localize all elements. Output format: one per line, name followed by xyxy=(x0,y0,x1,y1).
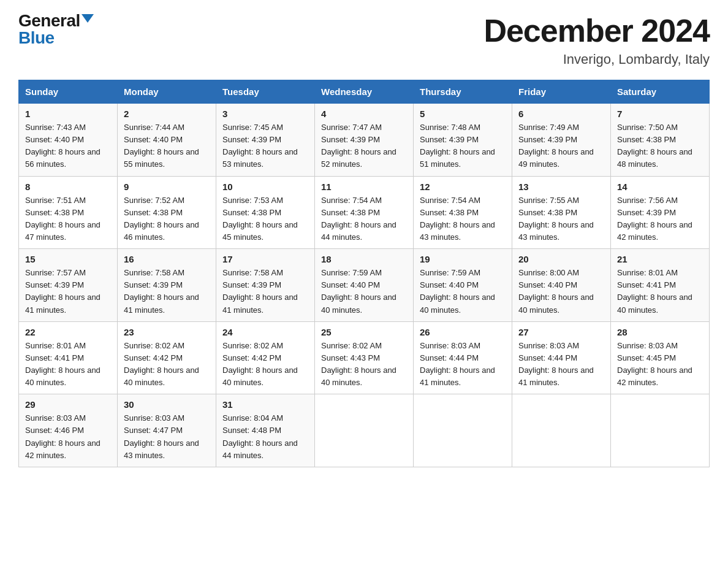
day-number: 14 xyxy=(617,182,703,192)
calendar-cell: 1 Sunrise: 7:43 AMSunset: 4:40 PMDayligh… xyxy=(19,104,118,177)
day-number: 31 xyxy=(222,399,308,410)
day-info: Sunrise: 7:56 AMSunset: 4:39 PMDaylight:… xyxy=(617,196,692,242)
day-number: 3 xyxy=(222,109,308,119)
calendar-cell: 18 Sunrise: 7:59 AMSunset: 4:40 PMDaylig… xyxy=(315,249,414,322)
page-header: General Blue December 2024 Inverigo, Lom… xyxy=(18,12,710,67)
day-number: 19 xyxy=(420,254,506,264)
calendar-cell: 26 Sunrise: 8:03 AMSunset: 4:44 PMDaylig… xyxy=(414,321,512,394)
day-info: Sunrise: 8:03 AMSunset: 4:44 PMDaylight:… xyxy=(420,341,495,387)
day-info: Sunrise: 7:53 AMSunset: 4:38 PMDaylight:… xyxy=(222,196,298,242)
day-info: Sunrise: 7:58 AMSunset: 4:39 PMDaylight:… xyxy=(124,268,199,314)
day-number: 17 xyxy=(222,254,308,264)
day-info: Sunrise: 7:45 AMSunset: 4:39 PMDaylight:… xyxy=(222,123,298,169)
calendar-cell: 9 Sunrise: 7:52 AMSunset: 4:38 PMDayligh… xyxy=(118,176,216,249)
calendar-cell: 10 Sunrise: 7:53 AMSunset: 4:38 PMDaylig… xyxy=(216,176,315,249)
day-info: Sunrise: 7:59 AMSunset: 4:40 PMDaylight:… xyxy=(420,268,495,314)
day-info: Sunrise: 7:52 AMSunset: 4:38 PMDaylight:… xyxy=(124,196,199,242)
day-number: 1 xyxy=(25,109,111,119)
calendar-cell: 22 Sunrise: 8:01 AMSunset: 4:41 PMDaylig… xyxy=(19,321,118,394)
calendar-cell: 20 Sunrise: 8:00 AMSunset: 4:40 PMDaylig… xyxy=(512,249,611,322)
calendar-cell: 24 Sunrise: 8:02 AMSunset: 4:42 PMDaylig… xyxy=(216,321,315,394)
day-info: Sunrise: 7:54 AMSunset: 4:38 PMDaylight:… xyxy=(420,196,495,242)
calendar-cell: 31 Sunrise: 8:04 AMSunset: 4:48 PMDaylig… xyxy=(216,394,315,467)
day-info: Sunrise: 7:59 AMSunset: 4:40 PMDaylight:… xyxy=(321,268,396,314)
calendar-cell: 2 Sunrise: 7:44 AMSunset: 4:40 PMDayligh… xyxy=(118,104,216,177)
day-info: Sunrise: 8:02 AMSunset: 4:43 PMDaylight:… xyxy=(321,341,396,387)
day-info: Sunrise: 8:01 AMSunset: 4:41 PMDaylight:… xyxy=(617,268,692,314)
day-info: Sunrise: 8:03 AMSunset: 4:44 PMDaylight:… xyxy=(518,341,594,387)
day-info: Sunrise: 8:03 AMSunset: 4:46 PMDaylight:… xyxy=(25,413,100,459)
calendar-cell: 3 Sunrise: 7:45 AMSunset: 4:39 PMDayligh… xyxy=(216,104,315,177)
day-info: Sunrise: 7:49 AMSunset: 4:39 PMDaylight:… xyxy=(518,123,594,169)
day-info: Sunrise: 7:47 AMSunset: 4:39 PMDaylight:… xyxy=(321,123,396,169)
calendar-cell: 23 Sunrise: 8:02 AMSunset: 4:42 PMDaylig… xyxy=(118,321,216,394)
calendar-cell: 16 Sunrise: 7:58 AMSunset: 4:39 PMDaylig… xyxy=(118,249,216,322)
day-number: 8 xyxy=(25,182,111,192)
day-number: 11 xyxy=(321,182,407,192)
calendar-week-row: 8 Sunrise: 7:51 AMSunset: 4:38 PMDayligh… xyxy=(19,176,710,249)
calendar-cell: 28 Sunrise: 8:03 AMSunset: 4:45 PMDaylig… xyxy=(611,321,710,394)
day-number: 21 xyxy=(617,254,703,264)
day-info: Sunrise: 8:02 AMSunset: 4:42 PMDaylight:… xyxy=(222,341,298,387)
day-info: Sunrise: 7:54 AMSunset: 4:38 PMDaylight:… xyxy=(321,196,396,242)
col-header-sunday: Sunday xyxy=(19,80,118,104)
day-number: 2 xyxy=(124,109,210,119)
day-info: Sunrise: 7:48 AMSunset: 4:39 PMDaylight:… xyxy=(420,123,495,169)
day-info: Sunrise: 8:02 AMSunset: 4:42 PMDaylight:… xyxy=(124,341,199,387)
day-info: Sunrise: 8:03 AMSunset: 4:47 PMDaylight:… xyxy=(124,413,199,459)
day-number: 27 xyxy=(518,327,604,337)
day-number: 7 xyxy=(617,109,703,119)
day-info: Sunrise: 7:51 AMSunset: 4:38 PMDaylight:… xyxy=(25,196,100,242)
calendar-cell: 4 Sunrise: 7:47 AMSunset: 4:39 PMDayligh… xyxy=(315,104,414,177)
logo-general-text: General xyxy=(18,12,80,29)
calendar-header-row: SundayMondayTuesdayWednesdayThursdayFrid… xyxy=(19,80,710,104)
calendar-cell: 17 Sunrise: 7:58 AMSunset: 4:39 PMDaylig… xyxy=(216,249,315,322)
day-number: 13 xyxy=(518,182,604,192)
day-info: Sunrise: 7:55 AMSunset: 4:38 PMDaylight:… xyxy=(518,196,594,242)
col-header-friday: Friday xyxy=(512,80,611,104)
calendar-cell: 12 Sunrise: 7:54 AMSunset: 4:38 PMDaylig… xyxy=(414,176,512,249)
day-info: Sunrise: 8:03 AMSunset: 4:45 PMDaylight:… xyxy=(617,341,692,387)
calendar-table: SundayMondayTuesdayWednesdayThursdayFrid… xyxy=(18,80,710,467)
day-info: Sunrise: 7:44 AMSunset: 4:40 PMDaylight:… xyxy=(124,123,199,169)
calendar-cell xyxy=(414,394,512,467)
day-number: 6 xyxy=(518,109,604,119)
calendar-week-row: 29 Sunrise: 8:03 AMSunset: 4:46 PMDaylig… xyxy=(19,394,710,467)
day-number: 22 xyxy=(25,327,111,337)
col-header-thursday: Thursday xyxy=(414,80,512,104)
location-title: Inverigo, Lombardy, Italy xyxy=(483,52,710,67)
title-block: December 2024 Inverigo, Lombardy, Italy xyxy=(483,12,710,67)
calendar-cell: 30 Sunrise: 8:03 AMSunset: 4:47 PMDaylig… xyxy=(118,394,216,467)
day-number: 26 xyxy=(420,327,506,337)
day-number: 12 xyxy=(420,182,506,192)
col-header-tuesday: Tuesday xyxy=(216,80,315,104)
day-number: 24 xyxy=(222,327,308,337)
day-number: 28 xyxy=(617,327,703,337)
day-info: Sunrise: 7:50 AMSunset: 4:38 PMDaylight:… xyxy=(617,123,692,169)
calendar-cell: 19 Sunrise: 7:59 AMSunset: 4:40 PMDaylig… xyxy=(414,249,512,322)
calendar-cell: 25 Sunrise: 8:02 AMSunset: 4:43 PMDaylig… xyxy=(315,321,414,394)
calendar-cell: 8 Sunrise: 7:51 AMSunset: 4:38 PMDayligh… xyxy=(19,176,118,249)
col-header-wednesday: Wednesday xyxy=(315,80,414,104)
logo-triangle-icon xyxy=(82,14,94,23)
day-number: 18 xyxy=(321,254,407,264)
col-header-saturday: Saturday xyxy=(611,80,710,104)
day-info: Sunrise: 7:57 AMSunset: 4:39 PMDaylight:… xyxy=(25,268,100,314)
calendar-cell xyxy=(611,394,710,467)
day-number: 30 xyxy=(124,399,210,410)
calendar-cell: 14 Sunrise: 7:56 AMSunset: 4:39 PMDaylig… xyxy=(611,176,710,249)
calendar-cell: 6 Sunrise: 7:49 AMSunset: 4:39 PMDayligh… xyxy=(512,104,611,177)
day-number: 23 xyxy=(124,327,210,337)
day-number: 25 xyxy=(321,327,407,337)
col-header-monday: Monday xyxy=(118,80,216,104)
day-number: 16 xyxy=(124,254,210,264)
calendar-cell: 7 Sunrise: 7:50 AMSunset: 4:38 PMDayligh… xyxy=(611,104,710,177)
day-info: Sunrise: 8:01 AMSunset: 4:41 PMDaylight:… xyxy=(25,341,100,387)
day-info: Sunrise: 7:58 AMSunset: 4:39 PMDaylight:… xyxy=(222,268,298,314)
calendar-cell xyxy=(315,394,414,467)
calendar-cell: 21 Sunrise: 8:01 AMSunset: 4:41 PMDaylig… xyxy=(611,249,710,322)
calendar-cell: 13 Sunrise: 7:55 AMSunset: 4:38 PMDaylig… xyxy=(512,176,611,249)
calendar-cell: 5 Sunrise: 7:48 AMSunset: 4:39 PMDayligh… xyxy=(414,104,512,177)
day-number: 9 xyxy=(124,182,210,192)
calendar-cell: 29 Sunrise: 8:03 AMSunset: 4:46 PMDaylig… xyxy=(19,394,118,467)
